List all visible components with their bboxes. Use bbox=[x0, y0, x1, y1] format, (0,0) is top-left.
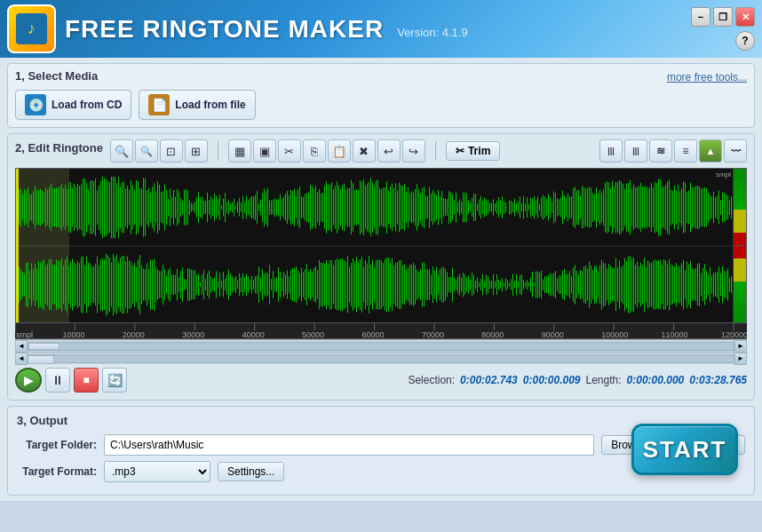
load-from-file-button[interactable]: 📄 Load from file bbox=[139, 90, 255, 120]
load-from-cd-button[interactable]: 💿 Load from CD bbox=[15, 90, 131, 120]
minimize-button[interactable]: − bbox=[691, 7, 710, 27]
section1-title: 1, Select Media bbox=[15, 69, 747, 83]
zoom-right-arrow[interactable]: ► bbox=[734, 353, 747, 365]
waveform-container[interactable]: smpl bbox=[15, 168, 747, 323]
smpl-label-top: smpl bbox=[716, 171, 731, 179]
delete-button[interactable]: ✖ bbox=[353, 139, 376, 163]
section2-header: 2, Edit Ringtone 🔍 🔍 ⊡ ⊞ ▦ ▣ ✂ ⎘ 📋 ✖ ↩ ↪ bbox=[15, 139, 747, 163]
ruler-canvas bbox=[15, 323, 747, 339]
length-label: Length: bbox=[586, 374, 622, 386]
zoom-out-button[interactable]: 🔍 bbox=[135, 139, 158, 163]
scroll-right-arrow[interactable]: ► bbox=[734, 340, 747, 353]
redo-button[interactable]: ↪ bbox=[402, 139, 425, 163]
file-icon: 📄 bbox=[148, 94, 170, 115]
start-label: START bbox=[643, 436, 727, 464]
view-btn5[interactable]: ▲ bbox=[699, 139, 722, 163]
logo-icon: ♪ bbox=[16, 13, 47, 44]
close-button[interactable]: ✕ bbox=[735, 7, 755, 27]
view-btn6[interactable]: 〰 bbox=[724, 139, 747, 163]
play-button[interactable]: ▶ bbox=[15, 368, 42, 393]
main-content: 1, Select Media 💿 Load from CD 📄 Load fr… bbox=[0, 58, 762, 501]
zoom-in-button[interactable]: 🔍 bbox=[110, 139, 133, 163]
format-select[interactable]: .mp3 bbox=[104, 461, 210, 482]
target-folder-label: Target Folder: bbox=[17, 439, 97, 451]
selection-end: 0:00:00.009 bbox=[523, 374, 581, 386]
select-button[interactable]: ▦ bbox=[228, 139, 251, 163]
ruler bbox=[15, 323, 747, 339]
pause-button[interactable]: ⏸ bbox=[45, 368, 70, 393]
scrollbar-thumb[interactable] bbox=[28, 343, 60, 350]
settings-button[interactable]: Settings... bbox=[218, 462, 284, 481]
zoom-track[interactable] bbox=[28, 354, 734, 363]
zoom-toolbar: 🔍 🔍 ⊡ ⊞ bbox=[110, 139, 208, 163]
cut-button[interactable]: ✂ bbox=[278, 139, 301, 163]
toolbar-separator-2 bbox=[435, 141, 436, 161]
help-button[interactable]: ? bbox=[735, 31, 755, 51]
section1-buttons: 💿 Load from CD 📄 Load from file bbox=[15, 90, 747, 120]
view-btn3[interactable]: ≋ bbox=[649, 139, 672, 163]
loop-button[interactable]: 🔄 bbox=[102, 368, 127, 393]
section-edit-ringtone: 2, Edit Ringtone 🔍 🔍 ⊡ ⊞ ▦ ▣ ✂ ⎘ 📋 ✖ ↩ ↪ bbox=[7, 133, 755, 401]
playback-bar: ▶ ⏸ ■ 🔄 Selection: 0:00:02.743 0:00:00.0… bbox=[15, 364, 747, 396]
selection-label: Selection: bbox=[408, 374, 455, 386]
zoom-all-button[interactable]: ⊞ bbox=[185, 139, 208, 163]
scrollbar-track[interactable] bbox=[28, 342, 734, 351]
select-all-button[interactable]: ▣ bbox=[253, 139, 276, 163]
waveform-canvas bbox=[16, 169, 734, 323]
selection-start: 0:00:02.743 bbox=[460, 374, 518, 386]
restore-button[interactable]: ❐ bbox=[713, 7, 733, 27]
toolbar-separator-1 bbox=[218, 141, 218, 161]
time-info: Selection: 0:00:02.743 0:00:00.009 Lengt… bbox=[408, 374, 747, 386]
target-folder-input[interactable] bbox=[104, 434, 594, 456]
zoom-thumb[interactable] bbox=[28, 355, 54, 364]
app-logo: ♪ bbox=[7, 4, 56, 53]
length-start: 0:00:00.000 bbox=[627, 374, 685, 386]
view-btn1[interactable]: ||| bbox=[599, 139, 623, 163]
stop-button[interactable]: ■ bbox=[74, 368, 99, 393]
more-tools-link[interactable]: more free tools... bbox=[667, 71, 747, 83]
target-format-label: Target Format: bbox=[17, 465, 97, 478]
window-controls: − ❐ ✕ bbox=[691, 7, 755, 27]
zoom-left-arrow[interactable]: ◄ bbox=[15, 353, 28, 365]
horizontal-scrollbar[interactable]: ◄ ► bbox=[15, 339, 747, 352]
view-btn4[interactable]: ≡ bbox=[674, 139, 697, 163]
copy-button[interactable]: ⎘ bbox=[303, 139, 326, 163]
scroll-left-arrow[interactable]: ◄ bbox=[15, 340, 28, 353]
edit-toolbar: ▦ ▣ ✂ ⎘ 📋 ✖ ↩ ↪ bbox=[228, 139, 425, 163]
undo-button[interactable]: ↩ bbox=[377, 139, 401, 163]
app-version: Version: 4.1.9 bbox=[397, 26, 468, 39]
app-title: FREE RINGTONE MAKER bbox=[65, 15, 384, 44]
section-output: 3, Output Target Folder: Browse... Find … bbox=[7, 406, 755, 496]
trim-button[interactable]: ✂ Trim bbox=[446, 141, 500, 161]
trim-icon: ✂ bbox=[456, 145, 464, 157]
section-select-media: 1, Select Media 💿 Load from CD 📄 Load fr… bbox=[7, 63, 755, 128]
right-toolbar: ||| ||| ≋ ≡ ▲ 〰 bbox=[599, 139, 747, 163]
start-button[interactable]: START bbox=[631, 424, 738, 475]
length-end: 0:03:28.765 bbox=[689, 374, 747, 386]
zoom-fit-button[interactable]: ⊡ bbox=[160, 139, 183, 163]
view-btn2[interactable]: ||| bbox=[624, 139, 647, 163]
level-meter bbox=[733, 169, 746, 322]
zoom-scrollbar[interactable]: ◄ ► bbox=[15, 352, 747, 364]
section2-title: 2, Edit Ringtone bbox=[15, 141, 103, 155]
paste-button[interactable]: 📋 bbox=[328, 139, 351, 163]
title-bar: ♪ FREE RINGTONE MAKER Version: 4.1.9 − ❐… bbox=[0, 0, 762, 58]
cd-icon: 💿 bbox=[25, 94, 46, 115]
